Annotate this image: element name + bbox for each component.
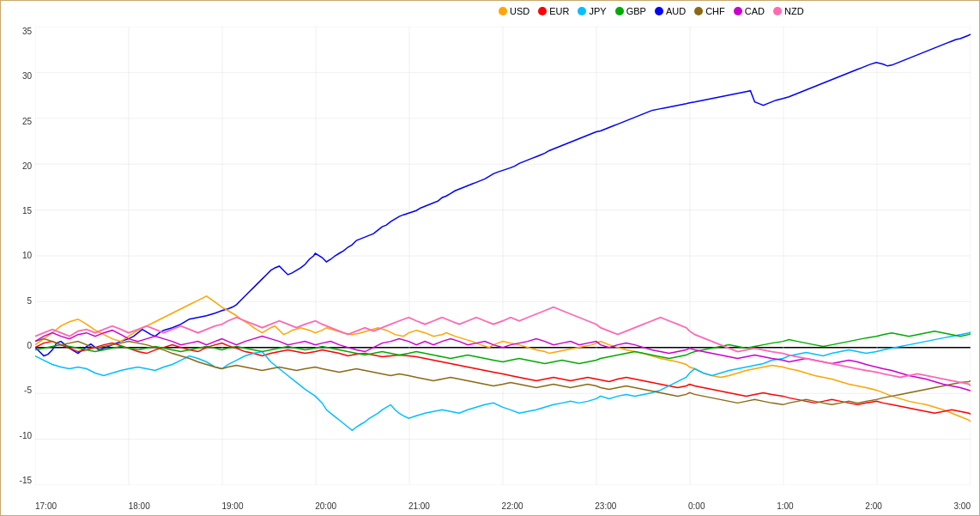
x-label-0200: 2:00 [865,501,881,511]
jpy-label: JPY [589,6,606,16]
y-label-15: 15 [22,206,32,216]
chf-dot [694,7,703,15]
chf-label: CHF [705,6,725,16]
x-label-2300: 23:00 [595,501,616,511]
legend-usd: USD [499,6,529,16]
legend-gbp: GBP [615,6,646,16]
usd-label: USD [510,6,529,16]
y-label-n10: -10 [20,431,32,440]
y-label-35: 35 [22,27,32,36]
y-label-0: 0 [27,341,32,350]
legend-cad: CAD [734,6,765,16]
chart-svg [35,27,971,485]
cad-dot [734,7,742,15]
aud-label: AUD [666,6,686,16]
x-label-0100: 1:00 [777,501,793,511]
legend-nzd: NZD [773,6,804,16]
y-axis: 35 30 25 20 15 10 5 0 -5 -10 -15 [1,27,35,485]
legend-chf: CHF [694,6,725,16]
eur-label: EUR [549,6,569,16]
chart-area [35,27,971,485]
eur-dot [538,7,547,15]
y-label-25: 25 [22,117,32,126]
nzd-dot [773,7,782,15]
x-label-1800: 18:00 [129,501,150,511]
chart-container: USD EUR JPY GBP AUD CHF CAD NZD [0,0,980,516]
y-label-n15: -15 [20,476,32,485]
cad-label: CAD [745,6,765,16]
x-label-2200: 22:00 [502,501,523,511]
y-label-10: 10 [22,251,32,260]
x-label-0000: 0:00 [688,501,705,511]
jpy-dot [578,7,586,15]
y-label-30: 30 [22,71,32,81]
y-label-n5: -5 [24,385,32,395]
gbp-label: GBP [626,6,646,16]
chart-legend: USD EUR JPY GBP AUD CHF CAD NZD [499,6,804,16]
y-label-5: 5 [27,296,32,306]
gbp-dot [615,7,624,15]
x-label-1900: 19:00 [221,501,243,511]
nzd-label: NZD [784,6,804,16]
usd-dot [499,7,507,15]
aud-dot [655,7,663,15]
legend-eur: EUR [538,6,569,16]
x-label-0300: 3:00 [954,501,971,511]
x-label-1700: 17:00 [35,501,57,511]
x-axis: 17:00 18:00 19:00 20:00 21:00 22:00 23:0… [35,501,971,511]
x-label-2000: 20:00 [315,501,336,511]
x-label-2100: 21:00 [408,501,430,511]
legend-jpy: JPY [578,6,606,16]
y-label-20: 20 [22,161,32,171]
legend-aud: AUD [655,6,686,16]
